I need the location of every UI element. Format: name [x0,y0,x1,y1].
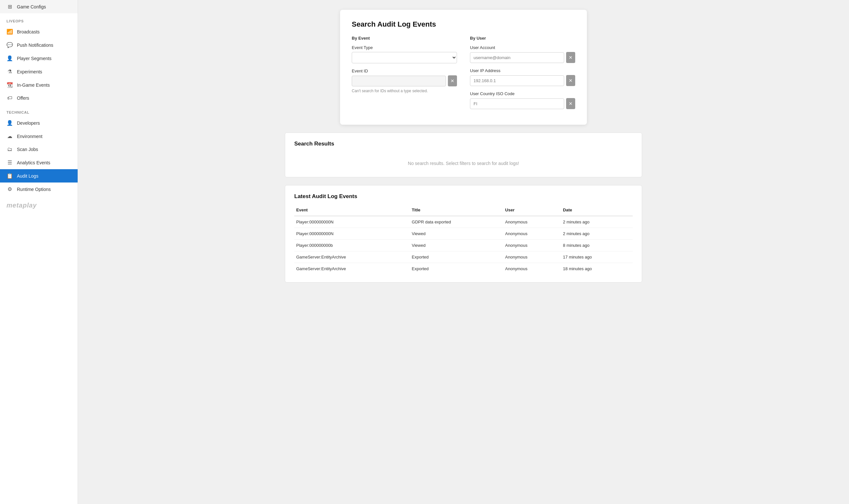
sidebar-item-environment[interactable]: ☁Environment [0,130,78,143]
by-user-label: By User [470,36,575,41]
briefcase-icon: 🗂 [6,146,13,152]
event-id-input[interactable] [352,76,446,86]
event-id-clear-button[interactable]: ✕ [448,75,457,86]
user-account-field-row: ✕ [470,52,575,63]
user-account-clear-button[interactable]: ✕ [566,52,575,63]
audit-cell-date: 17 minutes ago [561,251,633,263]
event-type-label: Event Type [352,45,457,50]
audit-log-table: EventTitleUserDate Player:000000000NGDPR… [294,205,633,274]
sidebar-item-label-developers: Developers [17,121,40,126]
cloud-icon: ☁ [6,133,13,139]
event-id-field-row: ✕ [352,75,457,86]
sidebar-item-label-scan-jobs: Scan Jobs [17,147,38,152]
user-country-clear-button[interactable]: ✕ [566,98,575,109]
sidebar-item-game-configs[interactable]: ⊞Game Configs [0,0,78,13]
table-row[interactable]: GameServer:EntityArchiveExportedAnonymou… [294,263,633,275]
user-ip-field-row: ✕ [470,75,575,86]
sidebar-item-label-game-configs: Game Configs [17,4,46,10]
audit-cell-event: Player:000000000N [294,228,410,240]
sidebar-item-offers[interactable]: 🏷Offers [0,92,78,105]
audit-cell-date: 8 minutes ago [561,240,633,251]
event-type-select[interactable] [352,52,457,63]
table-row[interactable]: Player:000000000NGDPR data exportedAnony… [294,216,633,228]
person-icon: 👤 [6,55,13,61]
calendar-icon: 📆 [6,82,13,88]
search-results-card: Search Results No search results. Select… [285,132,642,177]
flask-icon: ⚗ [6,69,13,75]
user-account-label: User Account [470,45,575,50]
chat-icon: 💬 [6,42,13,48]
sidebar-item-experiments[interactable]: ⚗Experiments [0,65,78,78]
search-title: Search Audit Log Events [352,20,575,29]
list-icon: ☰ [6,159,13,166]
audit-cell-event: Player:000000000N [294,216,410,228]
audit-cell-event: GameServer:EntityArchive [294,251,410,263]
sidebar-item-label-experiments: Experiments [17,69,42,74]
event-id-label: Event ID [352,69,457,73]
audit-col-event: Event [294,205,410,216]
user-account-input[interactable] [470,52,564,63]
audit-cell-user: Anonymous [503,228,561,240]
audit-log-title: Latest Audit Log Events [294,193,633,200]
by-user-column: By User User Account ✕ User IP Address ✕… [470,36,575,114]
sidebar-item-broadcasts[interactable]: 📶Broadcasts [0,25,78,38]
sidebar-item-developers[interactable]: 👤Developers [0,116,78,130]
event-type-field-row [352,52,457,63]
sidebar: ⊞Game ConfigsLiveOps📶Broadcasts💬Push Not… [0,0,78,504]
sidebar-item-in-game-events[interactable]: 📆In-Game Events [0,78,78,92]
sidebar-item-label-environment: Environment [17,134,42,139]
sidebar-item-analytics-events[interactable]: ☰Analytics Events [0,156,78,169]
audit-col-title: Title [410,205,503,216]
table-row[interactable]: Player:000000000bViewedAnonymous8 minute… [294,240,633,251]
user-country-label: User Country ISO Code [470,91,575,96]
user-ip-label: User IP Address [470,68,575,73]
tag-icon: 🏷 [6,95,13,101]
audit-col-user: User [503,205,561,216]
user-country-input[interactable] [470,98,564,109]
search-card: Search Audit Log Events By Event Event T… [340,10,587,125]
audit-cell-user: Anonymous [503,216,561,228]
user-country-field-row: ✕ [470,98,575,109]
broadcast-icon: 📶 [6,29,13,35]
sidebar-item-player-segments[interactable]: 👤Player Segments [0,52,78,65]
audit-cell-title: Viewed [410,228,503,240]
person-icon: 👤 [6,120,13,126]
audit-col-date: Date [561,205,633,216]
search-results-title: Search Results [294,141,633,147]
sidebar-item-label-audit-logs: Audit Logs [17,174,38,179]
audit-cell-date: 2 minutes ago [561,228,633,240]
audit-cell-date: 2 minutes ago [561,216,633,228]
audit-cell-title: Viewed [410,240,503,251]
sidebar-item-runtime-options[interactable]: ⚙Runtime Options [0,182,78,196]
audit-cell-event: Player:000000000b [294,240,410,251]
audit-cell-user: Anonymous [503,240,561,251]
by-event-column: By Event Event Type Event ID ✕ Can't sea… [352,36,457,114]
sidebar-section-label-liveops: LiveOps [0,13,78,25]
no-results-message: No search results. Select filters to sea… [294,153,633,169]
audit-cell-title: GDPR data exported [410,216,503,228]
sidebar-item-scan-jobs[interactable]: 🗂Scan Jobs [0,143,78,156]
sidebar-item-label-analytics-events: Analytics Events [17,160,50,165]
audit-cell-title: Exported [410,251,503,263]
user-ip-input[interactable] [470,75,564,86]
sidebar-item-push-notifications[interactable]: 💬Push Notifications [0,38,78,52]
user-ip-clear-button[interactable]: ✕ [566,75,575,86]
audit-cell-date: 18 minutes ago [561,263,633,275]
by-event-label: By Event [352,36,457,41]
table-row[interactable]: GameServer:EntityArchiveExportedAnonymou… [294,251,633,263]
sidebar-item-label-offers: Offers [17,95,29,101]
main-content: Search Audit Log Events By Event Event T… [78,0,849,504]
audit-cell-user: Anonymous [503,251,561,263]
clipboard-icon: 📋 [6,173,13,179]
sidebar-logo: metaplay [0,196,78,212]
table-row[interactable]: Player:000000000NViewedAnonymous2 minute… [294,228,633,240]
audit-cell-event: GameServer:EntityArchive [294,263,410,275]
sidebar-item-label-broadcasts: Broadcasts [17,29,40,34]
audit-cell-user: Anonymous [503,263,561,275]
audit-cell-title: Exported [410,263,503,275]
sidebar-item-label-in-game-events: In-Game Events [17,83,50,88]
sidebar-item-audit-logs[interactable]: 📋Audit Logs [0,169,78,182]
audit-log-card: Latest Audit Log Events EventTitleUserDa… [285,185,642,283]
grid-icon: ⊞ [6,4,13,10]
sidebar-item-label-runtime-options: Runtime Options [17,187,51,192]
